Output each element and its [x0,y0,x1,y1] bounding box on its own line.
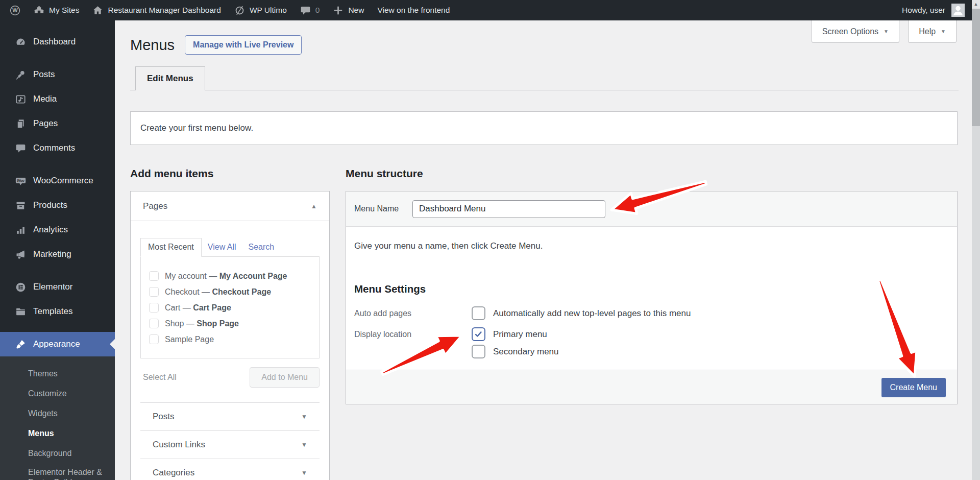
sidebar-item-media[interactable]: Media [0,87,115,111]
pages-tab-most-recent[interactable]: Most Recent [140,238,202,257]
admin-bar-item-0[interactable]: 0 [293,0,327,20]
menu-settings-heading: Menu Settings [354,282,949,296]
sidebar-gap [0,54,115,62]
sidebar-item-comments[interactable]: Comments [0,136,115,160]
accordion-custom-links[interactable]: Custom Links ▼ [140,430,320,459]
menu-structure-body: Give your menu a name, then click Create… [346,227,957,358]
plus-icon [333,5,344,16]
tab-edit-menus[interactable]: Edit Menus [135,66,205,90]
sidebar-item-marketing[interactable]: Marketing [0,242,115,267]
admin-bar-item-view-on-the-frontend[interactable]: View on the frontend [371,0,456,20]
page-checkbox[interactable] [149,271,159,281]
pages-accordion-header[interactable]: Pages ▲ [131,191,329,221]
sidebar-menu: Dashboard Posts Media Pages Comments Woo… [0,30,115,356]
page-checkbox[interactable] [149,287,159,297]
admin-bar-account[interactable]: Howdy, user [902,4,980,17]
help-button[interactable]: Help ▼ [908,20,957,43]
admin-bar-item-wp-ultimo[interactable]: WP Ultimo [228,0,293,20]
menu-name-input[interactable] [412,200,605,218]
screen-options-button[interactable]: Screen Options ▼ [812,20,899,43]
sidebar-item-pages[interactable]: Pages [0,111,115,136]
wp-ultimo-icon [234,5,245,16]
menu-help-text: Give your menu a name, then click Create… [354,240,949,252]
location-checkbox[interactable] [472,327,485,341]
woocommerce-icon: Woo [15,176,26,186]
page-checklist-item[interactable]: Sample Page [149,331,314,347]
collapse-icon[interactable]: ▲ [311,203,317,210]
dashboard-icon [15,37,26,47]
products-icon [15,200,26,211]
marketing-icon [15,249,26,260]
sidebar-item-woocommerce[interactable]: Woo WooCommerce [0,169,115,193]
wordpress-logo-icon: W [10,5,20,16]
admin-bar: W My Sites Restaurant Manager Dashboard … [0,0,980,20]
sidebar-gap [0,267,115,275]
admin-bar-item-restaurant-manager-dashboard[interactable]: Restaurant Manager Dashboard [86,0,227,20]
sidebar-item-elementor[interactable]: Elementor [0,275,115,299]
help-label: Help [919,27,936,36]
sidebar-gap [0,324,115,332]
page-checklist-item[interactable]: My account — My Account Page [149,268,314,284]
my-sites-icon [34,5,44,16]
page-checkbox[interactable] [149,319,159,328]
accordion-categories[interactable]: Categories ▼ [140,459,320,480]
accordion-list: Posts ▼ Custom Links ▼ Categories ▼ [140,402,320,480]
manage-live-preview-button[interactable]: Manage with Live Preview [185,35,302,55]
menu-structure-panel: Menu Name Give your menu a name, then cl… [346,191,958,404]
add-to-menu-button[interactable]: Add to Menu [250,367,320,388]
sidebar-item-products[interactable]: Products [0,193,115,218]
sidebar-item-dashboard[interactable]: Dashboard [0,30,115,54]
scroll-up-icon[interactable]: ▲ [972,0,980,9]
pages-tab-view-all[interactable]: View All [202,238,242,256]
location-option-primary-menu[interactable]: Primary menu [472,327,559,341]
pages-icon [15,118,26,129]
select-all-link[interactable]: Select All [143,373,177,382]
user-avatar-icon[interactable] [951,4,965,17]
page-checklist-item[interactable]: Shop — Shop Page [149,316,314,331]
submenu-item-elementor-header-footer-builder[interactable]: Elementor Header & Footer Builder [0,463,115,480]
admin-bar-item-my-sites[interactable]: My Sites [27,0,86,20]
auto-add-label: Auto add pages [354,306,472,320]
submenu-item-menus[interactable]: Menus [0,423,115,443]
menu-structure-footer: Create Menu [346,370,957,404]
pin-icon [15,69,26,80]
page-checklist-item[interactable]: Cart — Cart Page [149,300,314,316]
admin-bar-item-new[interactable]: New [326,0,371,20]
sidebar-item-templates[interactable]: Templates [0,299,115,324]
admin-bar-item-wordpress-logo[interactable]: W [3,0,27,20]
auto-add-option[interactable]: Automatically add new top-level pages to… [472,306,691,320]
appearance-icon [15,339,26,350]
chevron-down-icon: ▼ [884,29,889,34]
location-checkbox[interactable] [472,345,485,358]
submenu-item-themes[interactable]: Themes [0,364,115,383]
page-scrollbar[interactable]: ▲ [972,0,980,480]
submenu-item-customize[interactable]: Customize [0,383,115,403]
sidebar-item-analytics[interactable]: Analytics [0,218,115,242]
display-location-label: Display location [354,327,472,358]
location-option-secondary-menu[interactable]: Secondary menu [472,345,559,358]
auto-add-checkbox[interactable] [472,306,485,320]
sidebar-item-posts[interactable]: Posts [0,62,115,87]
pages-accordion-body: Most RecentView AllSearch My account — M… [131,221,329,480]
sidebar-item-appearance[interactable]: Appearance [0,332,115,356]
submenu-item-background[interactable]: Background [0,443,115,463]
menu-structure-heading: Menu structure [346,167,423,180]
page-header: Menus Manage with Live Preview [130,34,302,56]
comments-bubble-icon [300,5,311,16]
chevron-down-icon: ▼ [301,413,307,420]
svg-text:Woo: Woo [17,179,24,182]
pages-tabs: Most RecentView AllSearch [140,238,320,256]
pages-tab-search[interactable]: Search [242,238,281,256]
page-checkbox[interactable] [149,303,159,313]
elementor-icon [15,282,26,293]
scrollbar-thumb[interactable] [972,9,980,126]
create-menu-button[interactable]: Create Menu [881,378,946,397]
page-checklist-item[interactable]: Checkout — Checkout Page [149,284,314,300]
howdy-text: Howdy, user [902,6,945,15]
page-checkbox[interactable] [149,334,159,344]
accordion-posts[interactable]: Posts ▼ [140,402,320,430]
sidebar-gap [0,160,115,169]
notice-box: Create your first menu below. [130,111,958,145]
add-menu-items-heading: Add menu items [130,167,213,180]
submenu-item-widgets[interactable]: Widgets [0,403,115,423]
